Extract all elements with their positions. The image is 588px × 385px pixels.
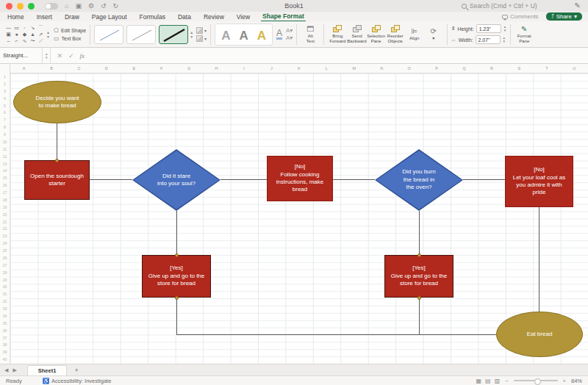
bring-forward-button[interactable]: Bring Forward [328,25,347,43]
column-header[interactable]: P [423,64,450,73]
column-header[interactable]: E [121,64,148,73]
name-box-stepper[interactable]: ▲▼ [43,48,51,64]
add-sheet-button[interactable]: + [74,367,78,374]
text-fill-button[interactable]: A [276,29,282,40]
connector-handle[interactable] [417,253,421,257]
wordart-style-3[interactable]: A [257,29,266,43]
format-pane-button[interactable]: ✎ Format Pane [514,25,534,43]
connector-bottom-to-end[interactable] [176,334,496,335]
alt-text-button[interactable]: 🗔 Alt Text [301,25,320,43]
comments-button[interactable]: Comments [502,13,539,20]
zoom-window-button[interactable] [28,3,35,10]
column-header[interactable]: J [258,64,285,73]
gallery-scroll-down-icon[interactable]: ▼ [46,35,50,39]
autosave-toggle[interactable] [45,3,58,10]
flow-node-stare-soul[interactable]: Did it stare into your soul? [132,149,220,211]
wordart-style-2[interactable]: A [239,29,248,43]
wordart-style-1[interactable]: A [221,29,230,43]
column-header[interactable]: N [368,64,395,73]
rotate-button[interactable]: ⟳ ▾ [424,27,443,41]
connector-follow-to-burn[interactable] [333,179,375,180]
connector-burn-to-cool[interactable] [463,179,505,180]
normal-view-icon[interactable]: ▦ [476,378,482,384]
connector-start-to-open[interactable] [57,123,57,160]
close-window-button[interactable] [6,3,12,10]
text-outline-button[interactable]: A▾ [286,28,293,34]
undo-icon[interactable]: ↺ [101,2,107,10]
height-stepper[interactable]: ▲▼ [503,25,506,32]
insert-shapes-gallery[interactable]: — ▭ ◦ ↘ ⌒ ▣ ● ◆ ▲ ↗ – ⌐ ∿ 〜 ⟋ [4,24,45,44]
select-all-corner[interactable] [0,64,10,73]
column-header[interactable]: H [203,64,230,73]
tab-review[interactable]: Review [202,12,226,21]
tab-view[interactable]: View [235,12,251,21]
column-header[interactable]: K [285,64,312,73]
flow-node-burn-bread[interactable]: Did you burn the bread in the oven? [375,149,463,211]
align-button[interactable]: ⊫ Align [405,27,424,41]
connector-burn-to-store2[interactable] [419,211,420,255]
line-style-option-2[interactable] [126,25,156,44]
flow-node-end[interactable]: Eat bread [496,312,583,357]
tab-data[interactable]: Data [176,12,193,21]
freeform-shape-icon[interactable]: ∿ [21,37,29,44]
cancel-entry-icon[interactable]: ✕ [57,52,62,60]
height-input[interactable]: 1.23" [476,24,501,33]
reorder-objects-button[interactable]: Reorder Objects [386,25,405,43]
insert-function-icon[interactable]: fx [80,52,85,60]
width-input[interactable]: 2.07" [476,35,501,44]
flow-node-store-bread-2[interactable]: [Yes] Give up and go to the store for br… [384,255,453,298]
column-header[interactable]: O [395,64,423,73]
connector-open-to-stare[interactable] [90,179,132,180]
connector-handle[interactable] [417,296,421,300]
tab-insert[interactable]: Insert [35,12,54,21]
scribble-shape-icon[interactable]: 〜 [29,37,37,44]
page-break-view-icon[interactable]: ▥ [495,378,501,384]
zoom-slider[interactable] [514,380,558,381]
sheet-scroll-left-icon[interactable]: ◀ [4,367,12,373]
tab-shape-format[interactable]: Shape Format [261,12,306,22]
square-shape-icon[interactable]: ▣ [4,31,12,37]
settings-icon[interactable]: ⚙ [88,2,94,10]
selection-pane-button[interactable]: Selection Pane [367,25,386,43]
column-header[interactable]: A [10,64,37,73]
confirm-entry-icon[interactable]: ✓ [68,52,74,60]
line-style-option-3-selected[interactable] [159,25,188,44]
text-effects-button[interactable]: A▾ [286,35,293,41]
column-header[interactable]: R [478,64,505,73]
tab-formulas[interactable]: Formulas [138,12,167,21]
flow-node-start[interactable]: Decide you want to make bread [13,81,101,123]
polyline-shape-icon[interactable]: ⟋ [37,37,45,44]
sheet-tab-sheet1[interactable]: Sheet1 [27,365,68,375]
bracket-shape-icon[interactable]: ⌐ [12,37,21,44]
column-header[interactable]: U [561,64,588,73]
shape-outline-button[interactable]: ▾ [196,35,207,42]
tab-home[interactable]: Home [6,12,26,21]
connector-handle[interactable] [175,296,179,300]
worksheet-canvas[interactable]: 1234567891011121314151617181920212223242… [0,73,588,364]
style-gallery-scroll[interactable]: ▲ ▼ [190,30,193,39]
column-header[interactable]: I [230,64,257,73]
zoom-percentage[interactable]: 84% [571,378,582,384]
save-icon[interactable]: ▣ [75,2,82,10]
shape-fill-button[interactable]: ▾ [196,27,207,34]
accessibility-status[interactable]: ♿ Accessibility: Investigate [43,378,112,384]
flow-node-store-bread-1[interactable]: [Yes] Give up and go to the store for br… [142,255,211,298]
width-stepper[interactable]: ▲▼ [503,36,506,43]
search-field[interactable]: Search (Cmd + Ctrl + U) [462,2,537,10]
connector-handle[interactable] [175,253,179,257]
gallery-scroll[interactable]: ▲ ▼ [46,30,50,39]
flow-node-open-starter[interactable]: Open the sourdough starter [24,160,90,200]
name-box[interactable]: Straight... [0,48,43,64]
column-header[interactable]: M [340,64,368,73]
curve-shape-icon[interactable]: ⌒ [37,24,45,31]
column-header[interactable]: F [148,64,175,73]
redo-icon[interactable]: ↻ [113,2,119,10]
minimize-window-button[interactable] [17,3,24,10]
connector-handle[interactable] [55,159,59,162]
column-header[interactable]: G [175,64,202,73]
column-headers-track[interactable]: ABCDEFGHIJKLMNOPQRSTU [10,64,588,73]
arrow-shape-icon[interactable]: ↘ [29,24,37,31]
column-header[interactable]: Q [451,64,478,73]
dash-shape-icon[interactable]: – [4,37,12,44]
diamond-shape-icon[interactable]: ◆ [21,31,29,37]
